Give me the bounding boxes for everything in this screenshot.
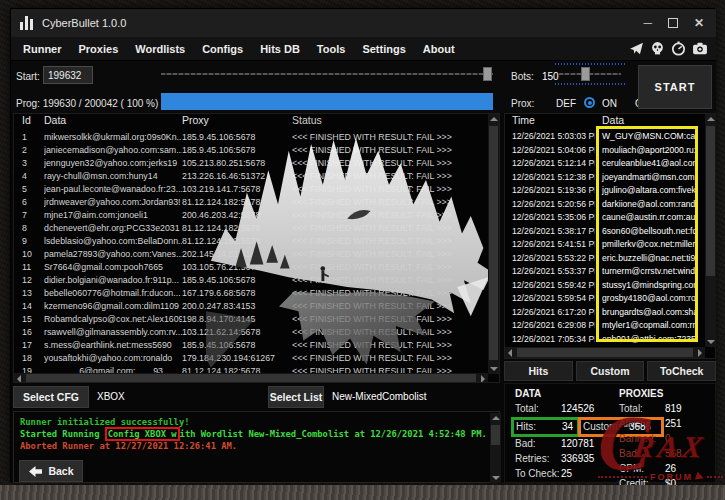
col-status: Status <box>292 114 487 126</box>
bots-slider-thumb[interactable] <box>581 67 590 81</box>
hit-row[interactable]: 12/26/2021 5:12:14 PMceruleanblue41@aol.… <box>505 157 704 171</box>
hit-data: ceruleanblue41@aol.com <box>595 157 695 171</box>
start-input[interactable] <box>43 66 93 84</box>
table-row[interactable]: 10pamela27893@yahoo.com:Vanes...202.145.… <box>14 248 499 261</box>
row-data: Robamdcalypso@cox.net:Alex1609 <box>44 313 182 326</box>
menu-item[interactable]: Runner <box>23 43 62 55</box>
hit-row[interactable]: 12/26/2021 5:12:38 PMjoeyandmarti@msn.co… <box>505 171 704 185</box>
results-vertical-scrollbar[interactable] <box>488 114 499 374</box>
bots-slider[interactable] <box>559 67 621 81</box>
results-horizontal-scrollbar[interactable] <box>14 373 488 383</box>
table-row[interactable]: 7mjne17@aim.com:jonoeli1200.46.203.42:56… <box>14 209 499 222</box>
start-button[interactable]: START <box>638 65 712 109</box>
row-data: rayy-chull@msn.com:huny14 <box>44 170 182 183</box>
hit-row[interactable]: 12/26/2021 5:35:06 PMcaune@austin.rr.com… <box>505 211 704 225</box>
row-proxy: 81.12.124.182:5678 <box>182 196 292 209</box>
hit-time: 12/26/2021 5:53:22 PM <box>505 252 595 266</box>
menu-item[interactable]: Proxies <box>79 43 119 55</box>
log-vertical-scrollbar[interactable] <box>490 413 501 483</box>
maximize-button[interactable] <box>668 18 678 28</box>
hit-row[interactable]: 12/26/2021 5:41:51 PMpmillerkv@cox.net:m… <box>505 238 704 252</box>
prox-option-on[interactable]: ON <box>602 98 617 109</box>
hit-data: pmillerkv@cox.net:miller5 <box>595 238 695 252</box>
menu-item[interactable]: Settings <box>362 43 405 55</box>
row-data: jean-paul.leconte@wanadoo.fr:23... <box>44 183 182 196</box>
col-data: Data <box>44 114 182 126</box>
table-row[interactable]: 14kzermeno96@gmail.com:dilm1109200.0.247… <box>14 300 499 313</box>
bots-value: 150 <box>542 71 559 82</box>
menu-item[interactable]: Tools <box>317 43 346 55</box>
table-row[interactable]: 11Sr7664@gmail.com:pooh7665103.105.76.21… <box>14 261 499 274</box>
row-proxy: 198.8.94.170:4145 <box>182 313 292 326</box>
camera-icon[interactable] <box>692 41 708 56</box>
select-cfg-button[interactable]: Select CFG <box>13 386 89 408</box>
menu-item[interactable]: Hits DB <box>260 43 300 55</box>
hit-data: brungardts@aol.com:sha <box>595 306 695 320</box>
row-status: <<< FINISHED WITH RESULT: FAIL >>> <box>292 326 487 339</box>
row-id: 11 <box>14 261 44 274</box>
hit-row[interactable]: 12/26/2021 5:59:42 PMstussy1@mindspring.… <box>505 279 704 293</box>
tab-button[interactable]: ToCheck <box>647 361 716 381</box>
prox-option-def[interactable]: DEF <box>556 98 576 109</box>
hits-vertical-scrollbar[interactable] <box>705 114 716 347</box>
start-label: Start: <box>16 71 40 82</box>
hit-row[interactable]: 12/26/2021 6:17:20 PMbrungardts@aol.com:… <box>505 306 704 320</box>
prox-radio-on[interactable] <box>584 97 595 108</box>
row-status: <<< FINISHED WITH RESULT: FAIL >>> <box>292 339 487 352</box>
hit-row[interactable]: 12/26/2021 5:38:17 PM6son60@bellsouth.ne… <box>505 225 704 239</box>
table-row[interactable]: 9lsdeblasio@yahoo.com:BellaDonn...81.12.… <box>14 235 499 248</box>
menu-item[interactable]: Configs <box>202 43 243 55</box>
menu-item[interactable]: Wordlists <box>135 43 185 55</box>
tab-button[interactable]: Custom <box>576 361 645 381</box>
hit-row[interactable]: 12/26/2021 5:53:37 PMturnerm@crrstv.net:… <box>505 265 704 279</box>
table-row[interactable]: 18yousaftokhi@yahoo.com:ronaldo179.184.2… <box>14 352 499 365</box>
table-row[interactable]: 2janiecemadison@yahoo.com:sam...185.9.45… <box>14 144 499 157</box>
stat-row: Banned:0 <box>619 432 682 447</box>
select-list-button[interactable]: Select List <box>268 386 324 408</box>
menu-item[interactable]: About <box>423 43 455 55</box>
timer-icon[interactable] <box>671 41 686 56</box>
table-row[interactable]: 3jennguyen32@yahoo.com:jerks19105.213.80… <box>14 157 499 170</box>
start-slider[interactable] <box>161 67 493 81</box>
back-button[interactable]: Back <box>19 460 83 482</box>
app-window: CyberBullet 1.0.0 ─ ✕ RunnerProxiesWordl… <box>10 8 715 482</box>
row-status: <<< FINISHED WITH RESULT: FAIL >>> <box>292 157 487 170</box>
hit-row[interactable]: 12/26/2021 5:04:06 PMmouliach@aport2000.… <box>505 144 704 158</box>
runner-log: Runner initialized successfully! Started… <box>13 411 500 483</box>
table-row[interactable]: 17s.mess@earthlink.net:mess5690185.9.45.… <box>14 339 499 352</box>
hit-row[interactable]: 12/26/2021 7:05:34 PMenh001@attbi.com:72… <box>505 333 704 347</box>
hit-data: mtyler1@copmail.com:rm <box>595 319 695 333</box>
telegram-icon[interactable] <box>629 41 644 56</box>
hits-tabs: HitsCustomToCheck <box>504 361 716 381</box>
table-row[interactable]: 12didier.bolgiani@wanadoo.fr:911p...185.… <box>14 274 499 287</box>
hit-data: darkiione@aol.com:rando <box>595 198 695 212</box>
table-row[interactable]: 1mikwersolkk@ukrmail.org:09s0Kn...185.9.… <box>14 131 499 144</box>
row-id: 1 <box>14 131 44 144</box>
hit-row[interactable]: 12/26/2021 6:29:08 PMmtyler1@copmail.com… <box>505 319 704 333</box>
hit-row[interactable]: 12/26/2021 5:20:56 PMdarkiione@aol.com:r… <box>505 198 704 212</box>
hit-row[interactable]: 12/26/2021 5:53:22 PMeric.buzzelli@nac.n… <box>505 252 704 266</box>
row-data: dchenevert@ehr.org:PCG33e2031 <box>44 222 182 235</box>
tab-button[interactable]: Hits <box>504 361 573 381</box>
row-id: 6 <box>14 196 44 209</box>
table-row[interactable]: 13bebelle060776@hotmail.fr:ducon...167.1… <box>14 287 499 300</box>
hits-horizontal-scrollbar[interactable] <box>505 347 705 358</box>
row-proxy: 103.121.62.14:5678 <box>182 326 292 339</box>
hit-row[interactable]: 12/26/2021 5:19:36 PMjgulino@altara.com:… <box>505 184 704 198</box>
row-data: s.mess@earthlink.net:mess5690 <box>44 339 182 352</box>
table-row[interactable]: 8dchenevert@ehr.org:PCG33e203181.12.124.… <box>14 222 499 235</box>
table-row[interactable]: 5jean-paul.leconte@wanadoo.fr:23...103.2… <box>14 183 499 196</box>
skull-icon[interactable] <box>650 41 665 56</box>
close-button[interactable]: ✕ <box>694 17 704 29</box>
minimize-button[interactable]: ─ <box>643 17 652 29</box>
row-status: <<< FINISHED WITH RESULT: FAIL >>> <box>292 287 487 300</box>
hit-row[interactable]: 12/26/2021 5:59:54 PMgrosby4180@aol.com:… <box>505 292 704 306</box>
menu-items: RunnerProxiesWordlistsConfigsHits DBTool… <box>11 43 455 55</box>
table-row[interactable]: 4rayy-chull@msn.com:huny14213.226.16.46:… <box>14 170 499 183</box>
row-data: jrdnweaver@yahoo.com:Jordan93! <box>44 196 182 209</box>
table-row[interactable]: 16rsawvell@gilmanassembly.com:rv...103.1… <box>14 326 499 339</box>
table-row[interactable]: 15Robamdcalypso@cox.net:Alex1609198.8.94… <box>14 313 499 326</box>
hit-row[interactable]: 12/26/2021 5:03:03 PMW_GUY@MSN.COM:canc <box>505 130 704 144</box>
table-row[interactable]: 6jrdnweaver@yahoo.com:Jordan93!81.12.124… <box>14 196 499 209</box>
start-slider-thumb[interactable] <box>483 67 492 81</box>
